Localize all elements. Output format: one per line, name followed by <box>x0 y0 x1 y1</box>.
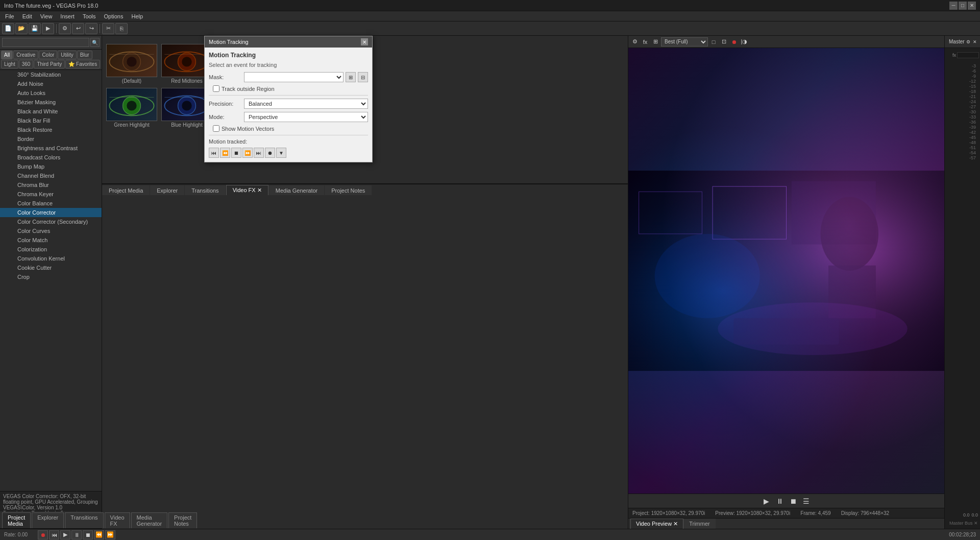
search-icon-button[interactable]: 🔍 <box>90 38 100 47</box>
cut-button[interactable]: ✂ <box>102 23 114 34</box>
preview-display-btn[interactable]: □ <box>709 37 718 46</box>
fx-item[interactable]: Color Corrector (Secondary) <box>0 217 102 226</box>
mt-mode-select[interactable]: Perspective Position Position+Scale <box>244 112 368 122</box>
copy-button[interactable]: ⎘ <box>115 23 128 34</box>
mt-btn-prev[interactable]: ⏪ <box>220 148 230 158</box>
tab-utility[interactable]: Utility <box>58 51 76 59</box>
tab-favorites[interactable]: ⭐ Favorites <box>65 60 100 68</box>
tab-explorer[interactable]: Explorer <box>32 512 64 528</box>
fx-item[interactable]: Bézier Masking <box>0 98 102 107</box>
open-button[interactable]: 📂 <box>15 23 28 34</box>
tab-trimmer[interactable]: Trimmer <box>683 519 716 529</box>
tab-color[interactable]: Color <box>39 51 57 59</box>
status-next-frame-btn[interactable]: ⏩ <box>105 530 115 539</box>
tab-video-preview[interactable]: Video Preview ✕ <box>630 519 683 529</box>
render-button[interactable]: ▶ <box>42 23 54 34</box>
preview-split-btn[interactable]: |◑ <box>740 37 749 46</box>
tab-blur[interactable]: Blur <box>77 51 92 59</box>
btab-project-media[interactable]: Project Media <box>102 185 150 195</box>
mt-btn-track[interactable]: ⏺ <box>265 148 275 158</box>
stop-button[interactable]: ⏹ <box>788 496 799 507</box>
menu-tools[interactable]: Tools <box>80 12 99 20</box>
preview-fx-btn[interactable]: fx <box>641 37 650 46</box>
status-rewind-btn[interactable]: ⏮ <box>49 530 59 539</box>
mt-precision-select[interactable]: Balanced High Low <box>244 99 368 109</box>
mt-mask-select[interactable] <box>244 72 344 82</box>
tab-360[interactable]: 360 <box>19 60 34 68</box>
tab-all[interactable]: All <box>1 51 13 59</box>
btab-media-generator[interactable]: Media Generator <box>269 185 325 195</box>
close-button[interactable]: ✕ <box>968 2 976 10</box>
fx-item[interactable]: Colorization <box>0 245 102 254</box>
preview-record-btn[interactable]: ⏺ <box>729 37 739 46</box>
mt-btn-rewind[interactable]: ⏮ <box>209 148 219 158</box>
fx-item[interactable]: Crop <box>0 272 102 281</box>
pause-button[interactable]: ⏸ <box>774 496 786 507</box>
mt-close-button[interactable]: ✕ <box>361 38 368 45</box>
fx-item-black-restore[interactable]: Black Restore <box>0 125 102 134</box>
tab-light[interactable]: Light <box>1 60 18 68</box>
preview-overlay-btn[interactable]: ⊡ <box>719 37 728 46</box>
redo-button[interactable]: ↪ <box>85 23 97 34</box>
fx-item-brightness-contrast[interactable]: Brightness and Contrast <box>0 144 102 153</box>
menu-insert[interactable]: Insert <box>57 12 78 20</box>
thumb-default[interactable]: (Default) <box>106 44 157 84</box>
fx-item-broadcast-colors[interactable]: Broadcast Colors <box>0 153 102 162</box>
menu-button[interactable]: ☰ <box>801 496 812 507</box>
fx-item[interactable]: Auto Looks <box>0 88 102 98</box>
mt-btn-next[interactable]: ⏩ <box>242 148 253 158</box>
play-button[interactable]: ▶ <box>761 496 772 507</box>
preview-quality-select[interactable]: Best (Full) Good (Half) Draft (Quarter) <box>661 37 708 46</box>
status-play-btn[interactable]: ▶ <box>60 530 70 539</box>
properties-button[interactable]: ⚙ <box>59 23 71 34</box>
fx-item[interactable]: Cookie Cutter <box>0 263 102 272</box>
fx-item[interactable]: Color Balance <box>0 199 102 208</box>
fx-item-black-and-white[interactable]: Black and White <box>0 107 102 116</box>
status-prev-frame-btn[interactable]: ⏪ <box>94 530 104 539</box>
btab-video-fx[interactable]: Video FX ✕ <box>226 185 268 195</box>
status-pause-btn[interactable]: ⏸ <box>71 530 82 539</box>
vu-settings-btn[interactable]: ⚙ <box>966 37 971 46</box>
fx-item-color-curves[interactable]: Color Curves <box>0 226 102 236</box>
fx-item[interactable]: Chroma Keyer <box>0 190 102 199</box>
menu-edit[interactable]: Edit <box>19 12 35 20</box>
vu-close-btn[interactable]: ✕ <box>972 37 978 46</box>
mt-mask-btn-2[interactable]: ⊟ <box>358 72 368 82</box>
tab-project-media[interactable]: Project Media <box>2 512 31 528</box>
fx-item[interactable]: Border <box>0 134 102 144</box>
minimize-button[interactable]: ─ <box>949 2 958 10</box>
tab-transitions[interactable]: Transitions <box>65 512 103 528</box>
preview-snap-btn[interactable]: ⊞ <box>651 37 660 46</box>
fx-item[interactable]: Black Bar Fill <box>0 116 102 125</box>
fx-item-color-corrector[interactable]: Color Corrector <box>0 208 102 217</box>
fx-item-color-match[interactable]: Color Match <box>0 236 102 245</box>
fx-item[interactable]: Convolution Kernel <box>0 254 102 263</box>
menu-view[interactable]: View <box>37 12 56 20</box>
status-record-btn[interactable]: ⏺ <box>38 530 48 539</box>
menu-file[interactable]: File <box>2 12 17 20</box>
fx-item[interactable]: Add Noise <box>0 79 102 88</box>
status-stop-btn[interactable]: ⏹ <box>83 530 93 539</box>
menu-help[interactable]: Help <box>128 12 146 20</box>
mt-btn-stop[interactable]: ⏹ <box>231 148 241 158</box>
fx-item[interactable]: Bump Map <box>0 162 102 171</box>
mt-btn-menu[interactable]: ▼ <box>276 148 286 158</box>
save-button[interactable]: 💾 <box>29 23 41 34</box>
mt-track-outside-checkbox[interactable] <box>213 85 219 92</box>
tab-creative[interactable]: Creative <box>13 51 38 59</box>
maximize-button[interactable]: □ <box>959 2 967 10</box>
undo-button[interactable]: ↩ <box>72 23 84 34</box>
menu-options[interactable]: Options <box>101 12 127 20</box>
btab-transitions[interactable]: Transitions <box>185 185 225 195</box>
new-button[interactable]: 📄 <box>2 23 14 34</box>
fx-search-input[interactable] <box>2 38 89 47</box>
tab-third-party[interactable]: Third Party <box>34 60 65 68</box>
preview-settings-btn[interactable]: ⚙ <box>630 37 640 46</box>
fx-item[interactable]: Chroma Blur <box>0 180 102 190</box>
btab-project-notes[interactable]: Project Notes <box>325 185 372 195</box>
fx-item[interactable]: 360° Stabilization <box>0 70 102 79</box>
mt-show-vectors-checkbox[interactable] <box>213 125 219 132</box>
thumb-green-highlight[interactable]: Green Highlight <box>106 88 157 128</box>
mt-btn-forward[interactable]: ⏭ <box>254 148 264 158</box>
fx-item[interactable]: Channel Blend <box>0 171 102 180</box>
